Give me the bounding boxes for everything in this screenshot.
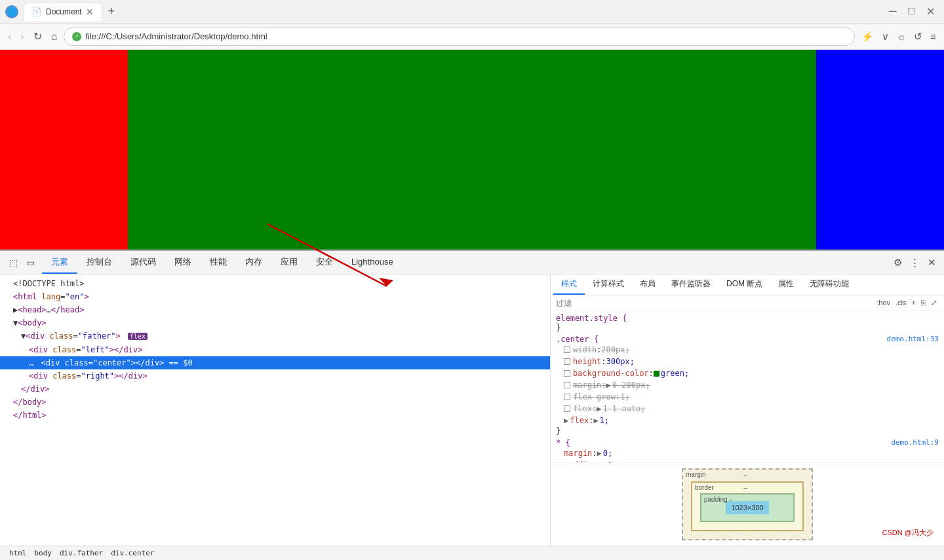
forward-button[interactable]: › <box>18 29 26 44</box>
styles-tab-layout[interactable]: 布局 <box>632 274 663 295</box>
dom-div-left[interactable]: <div class="left"></div> <box>0 343 550 356</box>
prop-flex-1-1-auto: flex: ▶ 1 1 auto; <box>556 403 939 415</box>
dom-body[interactable]: ▼<body> <box>0 316 550 329</box>
dom-head[interactable]: ▶<head>…</head> <box>0 303 550 316</box>
title-bar-controls: ─ □ ✕ <box>885 4 939 19</box>
styles-tab-computed[interactable]: 计算样式 <box>585 274 632 295</box>
devtools-content: <!DOCTYPE html> <html lang="en"> ▶<head>… <box>0 274 944 546</box>
border-label: border <box>695 484 714 491</box>
dom-div-father-close[interactable]: </div> <box>0 383 550 396</box>
menu-icon[interactable]: ≡ <box>928 29 939 43</box>
maximize-button[interactable]: □ <box>904 4 918 19</box>
green-div <box>128 50 816 250</box>
padding-label: padding – <box>704 496 733 503</box>
prop-flex-grow-checkbox[interactable] <box>564 394 570 400</box>
box-model: margin – border – padding – 1023×300 <box>682 468 813 540</box>
undo-icon[interactable]: ↺ <box>911 29 925 44</box>
dom-body-close[interactable]: </body> <box>0 396 550 409</box>
tab-console[interactable]: 控制台 <box>77 251 121 274</box>
tab-memory[interactable]: 内存 <box>236 251 271 274</box>
tab-network[interactable]: 网络 <box>165 251 201 274</box>
copy-style-button[interactable]: ⎘ <box>919 298 928 308</box>
filter-bar: :hov .cls + ⎘ ⤢ <box>551 295 944 311</box>
tab-elements[interactable]: 元素 <box>42 251 77 274</box>
tab-lighthouse[interactable]: Lighthouse <box>342 251 403 274</box>
tab-security[interactable]: 安全 <box>307 251 342 274</box>
styles-panel: 样式 计算样式 布局 事件监听器 DOM 断点 属性 无障碍功能 :hov .c <box>551 274 944 546</box>
status-body[interactable]: body <box>31 549 56 557</box>
center-rule: .center { demo.html:33 width: 200px; <box>556 335 939 436</box>
lightning-icon[interactable]: ⚡ <box>859 29 876 44</box>
expand-style-button[interactable]: ⤢ <box>929 298 939 308</box>
star-rule: * { demo.html:9 margin: ▶ 0; padding: ▶ … <box>556 438 939 462</box>
styles-tab-event-listeners[interactable]: 事件监听器 <box>663 274 718 295</box>
devtools-settings-icon[interactable]: ⚙ <box>891 255 905 270</box>
dom-div-right[interactable]: <div class="right"></div> <box>0 369 550 383</box>
active-tab[interactable]: 📄 Document ✕ <box>24 3 102 21</box>
devtools-close-icon[interactable]: ✕ <box>925 255 939 270</box>
home-button[interactable]: ⌂ <box>49 29 60 44</box>
dom-panel: <!DOCTYPE html> <html lang="en"> ▶<head>… <box>0 274 551 546</box>
star-source[interactable]: demo.html:9 <box>891 438 939 447</box>
dom-doctype[interactable]: <!DOCTYPE html> <box>0 277 550 290</box>
tab-favicon: 📄 <box>32 7 42 16</box>
prop-height-checkbox[interactable] <box>564 358 570 365</box>
close-button[interactable]: ✕ <box>922 4 939 19</box>
tab-title: Document <box>46 7 82 16</box>
red-div <box>0 50 128 250</box>
prop-flex-auto-checkbox[interactable] <box>564 405 570 412</box>
prop-margin-checkbox[interactable] <box>564 382 570 388</box>
prop-width-checkbox[interactable] <box>564 346 570 353</box>
element-style-close: } <box>556 323 560 332</box>
back-button[interactable]: ‹ <box>5 29 14 44</box>
webpage-preview <box>0 50 944 250</box>
dom-html-close[interactable]: </html> <box>0 409 550 422</box>
tab-close-button[interactable]: ✕ <box>86 7 94 17</box>
status-div-center[interactable]: div.center <box>107 549 158 557</box>
center-source[interactable]: demo.html:33 <box>887 335 939 343</box>
minimize-button[interactable]: ─ <box>885 4 900 19</box>
devtools-right-icons: ⚙ ⋮ ✕ <box>891 255 939 270</box>
padding-box: padding – 1023×300 <box>700 493 795 522</box>
box-model-area: margin – border – padding – 1023×300 <box>551 462 944 546</box>
tab-performance[interactable]: 性能 <box>201 251 236 274</box>
styles-tab-dom-breakpoints[interactable]: DOM 断点 <box>718 274 770 295</box>
devtools-panel: ⬚ ▭ 元素 控制台 源代码 网络 性能 内存 应用 安全 Lighthouse… <box>0 250 944 560</box>
tab-bar: 📄 Document ✕ + <box>24 3 880 21</box>
dom-div-center[interactable]: … <div class="center"></div> == $0 <box>0 356 550 369</box>
center-rule-close: } <box>556 426 560 436</box>
tab-source[interactable]: 源代码 <box>121 251 165 274</box>
address-bar-row: ‹ › ↻ ⌂ ✓ file:///C:/Users/Administrator… <box>0 24 944 50</box>
box-dimensions: 1023×300 <box>731 504 763 512</box>
status-html[interactable]: html <box>5 549 31 557</box>
styles-tab-properties[interactable]: 属性 <box>770 274 802 295</box>
device-toggle-icon[interactable]: ▭ <box>22 255 38 271</box>
dom-div-father[interactable]: ▼<div class="father"> flex <box>0 329 550 343</box>
color-swatch-green[interactable] <box>654 371 659 377</box>
styles-tab-accessibility[interactable]: 无障碍功能 <box>802 274 857 295</box>
address-bar[interactable]: ✓ file:///C:/Users/Administrator/Desktop… <box>64 28 855 46</box>
new-tab-button[interactable]: + <box>104 4 119 20</box>
prop-bg-checkbox[interactable] <box>564 370 570 377</box>
flex-badge[interactable]: flex <box>128 333 148 340</box>
tab-application[interactable]: 应用 <box>271 251 307 274</box>
dom-html[interactable]: <html lang="en"> <box>0 290 550 303</box>
hov-button[interactable]: :hov <box>875 298 892 308</box>
refresh-button[interactable]: ↻ <box>31 29 45 44</box>
devtools-tabs: 元素 控制台 源代码 网络 性能 内存 应用 安全 Lighthouse <box>42 251 890 274</box>
cls-button[interactable]: .cls <box>894 298 909 308</box>
settings-icon[interactable]: ☼ <box>894 29 909 43</box>
chevron-down-icon[interactable]: ∨ <box>879 29 892 44</box>
filter-input[interactable] <box>556 299 872 308</box>
prop-margin-zero: margin: ▶ 0; <box>556 447 939 459</box>
devtools-more-icon[interactable]: ⋮ <box>907 255 922 270</box>
element-picker-icon[interactable]: ⬚ <box>5 255 21 271</box>
url-text: file:///C:/Users/Administrator/Desktop/d… <box>85 31 846 41</box>
element-style-rule: element.style { } <box>556 314 939 332</box>
styles-content: element.style { } .center { demo.html:33 <box>551 311 944 462</box>
status-div-father[interactable]: div.father <box>56 549 107 557</box>
csdn-watermark: CSDN @冯大少 <box>882 528 934 538</box>
add-style-button[interactable]: + <box>910 298 918 308</box>
styles-tab-styles[interactable]: 样式 <box>553 274 585 295</box>
prop-bg-color: background-color: green; <box>556 367 939 379</box>
